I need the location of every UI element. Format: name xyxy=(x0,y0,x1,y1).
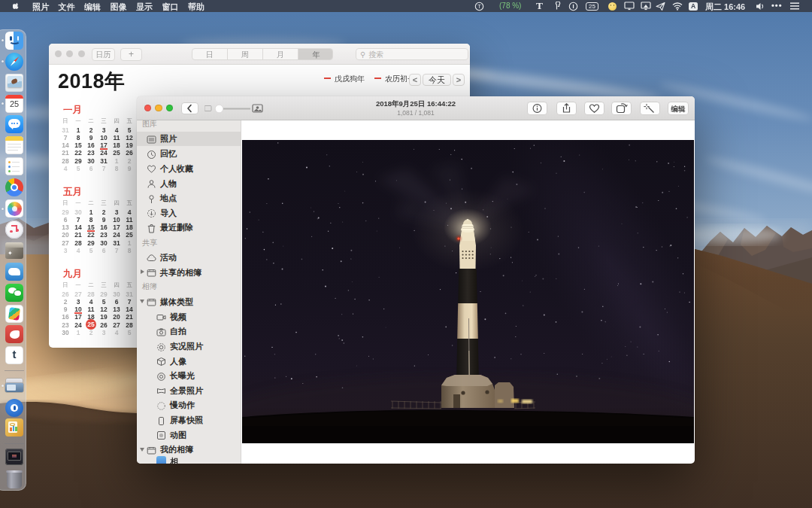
svg-text:T: T xyxy=(477,3,481,10)
